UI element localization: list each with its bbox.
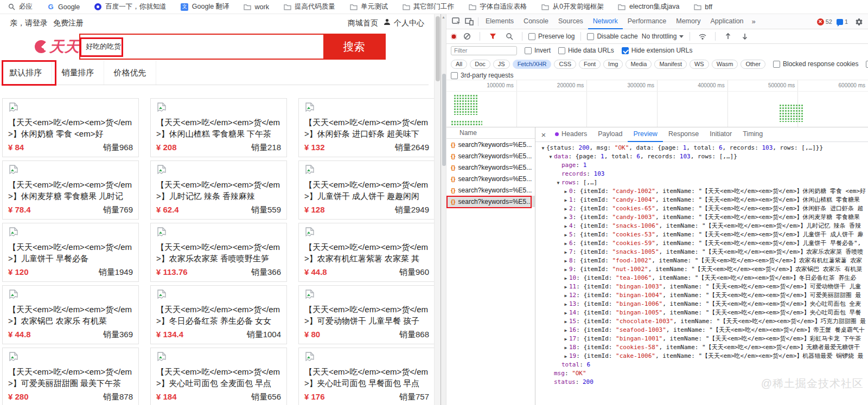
tree-line[interactable]: ▶6: {itemId: "cookies-59", itemName: "【天…	[537, 239, 868, 248]
message-badge[interactable]: 1	[837, 18, 848, 25]
type-pill[interactable]: All	[451, 60, 467, 69]
tree-line[interactable]: ▶9: {itemId: "nut-1002", itemName: "【天天<…	[537, 265, 868, 274]
collapsed-arrow-icon[interactable]: ▶	[563, 205, 569, 213]
product-card[interactable]: 【天天<em>吃</em><em>货</em>】儿童饼干 早餐必备¥ 120销量…	[2, 223, 139, 282]
collapsed-arrow-icon[interactable]: ▶	[563, 352, 569, 361]
expanded-arrow-icon[interactable]: ▼	[547, 153, 554, 161]
type-pill[interactable]: Other	[741, 60, 765, 69]
collapsed-arrow-icon[interactable]: ▶	[563, 188, 569, 196]
collapsed-arrow-icon[interactable]: ▶	[563, 231, 569, 239]
hide-extension-urls-checkbox[interactable]: Hide extension URLs	[622, 47, 693, 54]
expanded-arrow-icon[interactable]: ▼	[540, 144, 546, 152]
type-pill[interactable]: Font	[579, 60, 601, 69]
preview-tab-headers[interactable]: Headers	[550, 127, 592, 142]
mall-home-link[interactable]: 商城首页	[348, 18, 378, 28]
devtools-scrollbar[interactable]: ▲	[441, 14, 446, 405]
preserve-log-checkbox[interactable]: Preserve log	[528, 33, 575, 40]
close-icon[interactable]: ×	[538, 130, 550, 139]
product-card[interactable]: 【天天<em>吃</em><em>货</em>】可爱美丽甜甜圈 最美下午茶¥ 2…	[2, 348, 139, 405]
record-icon[interactable]	[451, 34, 457, 40]
bookmark-item[interactable]: 其它部门工作	[402, 2, 454, 11]
request-row[interactable]: {}search?keywords=%E5...	[446, 184, 535, 196]
tree-line[interactable]: ▶14: {itemId: "bingan-1005", itemName: "…	[537, 308, 868, 317]
login-link[interactable]: 亲，请登录	[10, 18, 48, 28]
tab-console[interactable]: Console	[519, 14, 553, 29]
bookmark-item[interactable]: 百度一下，你就知道	[94, 2, 167, 11]
preview-tab-timing[interactable]: Timing	[737, 127, 768, 142]
network-conditions-icon[interactable]	[696, 30, 709, 42]
tab-elements[interactable]: Elements	[481, 14, 519, 29]
collapsed-arrow-icon[interactable]: ▶	[563, 309, 569, 317]
devtools-scrollbar-thumb[interactable]	[442, 74, 446, 166]
import-har-icon[interactable]	[722, 30, 735, 42]
personal-center-link[interactable]: 个人中心	[384, 18, 424, 28]
collapsed-arrow-icon[interactable]: ▶	[563, 196, 569, 204]
filter-funnel-icon[interactable]	[486, 30, 499, 42]
collapsed-arrow-icon[interactable]: ▶	[563, 326, 569, 335]
tree-line[interactable]: ▶16: {itemId: "seafood-1003", itemName: …	[537, 326, 868, 335]
product-card[interactable]: 【天天<em>吃</em><em>货</em>】休闲虾条 进口虾条 超美味下¥ …	[298, 98, 434, 157]
product-card[interactable]: 【天天<em>吃</em><em>货</em>】可爱动物饼干 儿童早餐 孩子¥ …	[298, 285, 434, 344]
third-party-checkbox[interactable]: 3rd-party requests	[451, 72, 513, 79]
settings-gear-icon[interactable]	[852, 16, 865, 28]
tree-line[interactable]: ▼{status: 200, msg: "OK", data: {page: 1…	[537, 144, 868, 152]
tab-application[interactable]: Application	[705, 14, 748, 29]
tab-sources[interactable]: Sources	[553, 14, 588, 29]
product-card[interactable]: 【天天<em>吃</em><em>货</em>】儿时记忆 辣条 香辣麻辣¥ 62…	[150, 160, 287, 220]
product-card[interactable]: 【天天<em>吃</em><em>货</em>】农家锅巴 农家乐 有机菜¥ 44…	[2, 285, 139, 344]
tree-line[interactable]: ▶19: {itemId: "cake-1006", itemName: "【天…	[537, 352, 868, 361]
type-pill[interactable]: Wasm	[712, 60, 738, 69]
tree-line[interactable]: ▶10: {itemId: "tea-1006", itemName: "【天天…	[537, 274, 868, 282]
clear-icon[interactable]	[461, 30, 474, 42]
type-pill[interactable]: WS	[690, 60, 709, 69]
request-list-header[interactable]: Name	[446, 127, 535, 139]
tree-line[interactable]: ▶1: {itemId: "candy-1004", itemName: "【天…	[537, 196, 868, 204]
tree-line[interactable]: ▼rows: [,…]	[537, 178, 868, 187]
product-card[interactable]: 【天天<em>吃</em><em>货</em>】儿童饼干 成人饼干 趣趣闲闲¥ …	[298, 160, 434, 220]
collapsed-arrow-icon[interactable]: ▶	[563, 344, 569, 352]
bookmark-item[interactable]: 从0开发前端框架	[541, 2, 604, 11]
tree-line[interactable]: page: 1	[537, 161, 868, 170]
product-card[interactable]: 【天天<em>吃</em><em>货</em>】农家有机红薯紫薯 农家菜 其¥ …	[298, 223, 434, 282]
device-toolbar-icon[interactable]	[463, 16, 476, 28]
preview-tab-preview[interactable]: Preview	[628, 127, 662, 142]
bookmark-item[interactable]: 提高代码质量	[283, 2, 335, 11]
search-icon[interactable]	[503, 30, 516, 42]
sort-tab[interactable]: 价格优先	[104, 61, 156, 85]
expanded-arrow-icon[interactable]: ▼	[555, 179, 561, 187]
product-card[interactable]: 【天天<em>吃</em><em>货</em>】休闲山楂糕 零食糖果 下午茶¥ …	[150, 98, 287, 157]
tree-line[interactable]: ▶4: {itemId: "snacks-1006", itemName: "【…	[537, 222, 868, 230]
bookmark-item[interactable]: electron集成java	[618, 2, 679, 11]
bookmark-item[interactable]: 字体自适应表格	[468, 2, 527, 11]
bookmark-item[interactable]: bff	[693, 3, 712, 11]
preview-tab-initiator[interactable]: Initiator	[704, 127, 737, 142]
tab-network[interactable]: Network	[588, 14, 623, 29]
product-card[interactable]: 【天天<em>吃</em><em>货</em>】冬日必备红茶 养生必备 女女¥ …	[150, 285, 287, 344]
request-row[interactable]: {}search?keywords=%E5...	[446, 150, 535, 162]
preview-tab-payload[interactable]: Payload	[592, 127, 628, 142]
collapsed-arrow-icon[interactable]: ▶	[563, 266, 569, 274]
bookmark-item[interactable]: GGoogle	[47, 3, 80, 11]
bookmark-item[interactable]: work	[244, 3, 269, 11]
request-row[interactable]: {}search?keywords=%E5...	[446, 173, 535, 184]
type-pill[interactable]: CSS	[554, 60, 576, 69]
collapsed-arrow-icon[interactable]: ▶	[563, 300, 569, 308]
request-row[interactable]: {}search?keywords=%E5...	[446, 196, 535, 207]
collapsed-arrow-icon[interactable]: ▶	[563, 335, 569, 343]
type-pill[interactable]: Doc	[470, 60, 490, 69]
filter-input[interactable]	[451, 46, 517, 55]
product-card[interactable]: 【天天<em>吃</em><em>货</em>】休闲奶糖 零食 <em>好¥ 8…	[2, 98, 139, 157]
sort-tab[interactable]: 默认排序	[0, 61, 52, 85]
tree-line[interactable]: ▶0: {itemId: "candy-1002", itemName: "【天…	[537, 187, 868, 196]
tree-line[interactable]: records: 103	[537, 170, 868, 178]
type-pill[interactable]: Fetch/XHR	[513, 60, 552, 69]
tree-line[interactable]: ▶3: {itemId: "candy-1003", itemName: "【天…	[537, 213, 868, 222]
search-input[interactable]	[80, 35, 323, 59]
collapsed-arrow-icon[interactable]: ▶	[563, 318, 569, 326]
collapsed-arrow-icon[interactable]: ▶	[563, 222, 569, 230]
sort-tab[interactable]: 销量排序	[52, 61, 104, 85]
collapsed-arrow-icon[interactable]: ▶	[563, 214, 569, 222]
tree-line[interactable]: ▶2: {itemId: "cookies-65", itemName: "【天…	[537, 204, 868, 213]
blocked-cookies-checkbox[interactable]: Blocked response cookies	[773, 60, 858, 68]
type-pill[interactable]: Media	[626, 60, 652, 69]
